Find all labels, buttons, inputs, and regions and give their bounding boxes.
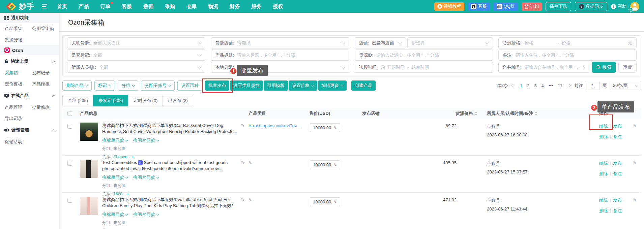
filter-claim-time-range[interactable]: 认领时间: 开始时间 - 结束时间 [355, 62, 493, 73]
header-owner[interactable]: 所属人员/认领时间/备注 [480, 110, 593, 117]
group-button[interactable]: 分组 [118, 80, 138, 91]
nav-item-warehouse[interactable]: 仓库 [181, 0, 202, 13]
remark-link[interactable]: 备注 [613, 171, 622, 177]
edit-category-icon[interactable]: ✎ [248, 160, 252, 165]
video-tutorial-button[interactable]: 视频教程 [434, 2, 464, 11]
data-sync-button[interactable]: ↓数据同步 [575, 2, 607, 11]
search-same-title-link[interactable]: 搜标题同款 [102, 137, 128, 143]
product-image[interactable] [80, 197, 98, 215]
prev-page-icon[interactable] [511, 84, 515, 87]
edit-link[interactable]: 编辑 [599, 197, 608, 203]
bulk-publish-button[interactable]: 批量发布 1 批量发布 [205, 80, 229, 91]
sort-icon[interactable] [475, 111, 477, 116]
delete-link[interactable]: 删除 [599, 134, 608, 140]
sidebar-item-product-template[interactable]: 产品模板 [32, 78, 59, 90]
tab-all[interactable]: 全部 (205) [62, 95, 93, 106]
select-all-checkbox[interactable] [67, 111, 72, 116]
nav-item-purchase[interactable]: 采购 [159, 0, 181, 13]
customer-service-button[interactable]: 客服 [468, 2, 490, 11]
set-category-attrs-button[interactable]: 设置类目属性 [230, 80, 263, 91]
edit-price-icon[interactable]: ✎ [333, 125, 337, 130]
delete-link[interactable]: 删除 [599, 208, 608, 214]
source-link[interactable]: 1688 [113, 192, 122, 196]
next-page-icon[interactable] [567, 84, 570, 87]
edit-title-icon[interactable]: ✎ [241, 160, 244, 165]
order-subscribe-button[interactable]: 订购 [522, 2, 542, 11]
filter-shop-type-select[interactable]: 店铺: 已发布店铺 [355, 37, 406, 48]
sort-icon[interactable] [535, 111, 537, 116]
sidebar-item-product-collect[interactable]: 产品采集 [5, 23, 32, 34]
page-number-4[interactable]: 4 [540, 83, 545, 88]
sidebar-item-publish-records[interactable]: 发布记录 [32, 67, 59, 78]
sidebar-item-bulk-edit[interactable]: 批量修改 [32, 102, 59, 113]
edit-link[interactable]: 编辑 2 单产品发布 [599, 123, 608, 129]
sidebar-item-export-records[interactable]: 导出记录 [5, 113, 32, 124]
plugin-download-button[interactable]: 插件下载 [546, 2, 571, 11]
sidebar-item-source-distribution[interactable]: 货源分销 [5, 34, 32, 45]
price-editor[interactable]: 10000.00✎ [310, 197, 340, 206]
mark-button[interactable]: 标记 [94, 80, 115, 91]
nav-item-orders[interactable]: 订单 [94, 0, 116, 13]
merge-no-input[interactable] [524, 65, 585, 70]
create-product-button[interactable]: 创建产品 [351, 80, 376, 91]
remark-input[interactable] [516, 53, 632, 58]
user-avatar[interactable]: V [630, 2, 639, 11]
sidebar-item-public-collect-box[interactable]: 公用采集箱 [32, 23, 59, 34]
tab-published[interactable]: 已发布 (3) [163, 95, 193, 106]
remark-link[interactable]: 备注 [613, 208, 622, 214]
page-size-select[interactable]: 20条/页 [610, 81, 641, 90]
help-button[interactable]: ?帮助 [611, 3, 626, 9]
page-number-3[interactable]: 3 [533, 83, 537, 88]
nav-item-authorization[interactable]: 授权 [267, 0, 289, 13]
search-button[interactable]: 搜索 [592, 62, 616, 73]
set-price-button[interactable]: 设置价格 [289, 80, 317, 91]
sidebar-item-product-management[interactable]: 产品管理 [5, 102, 32, 113]
nav-item-services[interactable]: 服务 [245, 0, 267, 13]
flag-icon[interactable]: ⚑ [633, 123, 637, 129]
filter-shop-select[interactable]: 请选择 [407, 37, 493, 48]
sidebar-group-quick-listing[interactable]: 快速上货 [0, 55, 59, 67]
category-link[interactable]: Антикварная книга>Печ... [248, 123, 300, 128]
filter-source-shop-select[interactable]: 货源店铺: 请选择 [211, 37, 349, 48]
flag-icon[interactable]: ⚑ [633, 197, 637, 203]
publish-link[interactable]: 发布 [613, 123, 622, 129]
publish-link[interactable]: 发布 [613, 160, 622, 166]
source-link[interactable]: Shopee [113, 155, 127, 159]
hamburger-icon[interactable] [42, 4, 47, 8]
row-checkbox[interactable] [67, 161, 72, 166]
header-source-price[interactable]: 货源价格 [421, 110, 480, 117]
reset-button[interactable]: 重置 [618, 62, 637, 73]
nav-item-data[interactable]: 数据 [138, 0, 159, 13]
tab-scheduled[interactable]: 定时发布 (0) [128, 95, 163, 106]
search-same-image-link[interactable]: 搜图片同款 [133, 211, 159, 218]
edit-more-button[interactable]: 编辑更多 [318, 80, 347, 91]
search-same-image-link[interactable]: 搜图片同款 [133, 137, 159, 143]
edit-title-icon[interactable]: ✎ [241, 197, 244, 202]
nav-item-finance[interactable]: 财务 [224, 0, 245, 13]
product-image[interactable] [80, 160, 98, 178]
apply-template-button[interactable]: 引用模板 [264, 80, 288, 91]
price-editor[interactable]: 10000.00✎ [310, 123, 340, 132]
edit-price-icon[interactable]: ✎ [333, 199, 337, 204]
plus-icon[interactable]: + [126, 192, 129, 196]
goto-page-input[interactable] [586, 81, 600, 90]
price-editor[interactable]: 10000.00✎ [310, 160, 340, 169]
edit-price-icon[interactable]: ✎ [333, 162, 337, 167]
nav-item-service[interactable]: 客服 [116, 0, 138, 13]
app-logo[interactable]: 妙手 [0, 1, 34, 11]
flag-icon[interactable]: ⚑ [633, 160, 637, 166]
sidebar-item-collect-box[interactable]: 采集箱 [5, 67, 32, 78]
filter-owner-select[interactable]: 所属人员 ? : 全部 [67, 62, 205, 73]
search-same-title-link[interactable]: 搜标题同款 [102, 174, 128, 181]
assign-subaccount-button[interactable]: 分配子账号 [141, 80, 175, 91]
source-id-input[interactable] [376, 53, 489, 58]
plus-icon[interactable]: + [131, 155, 135, 159]
page-number-1[interactable]: 1 [519, 83, 523, 88]
page-number-2[interactable]: 2 [526, 83, 530, 88]
search-same-title-link[interactable]: 搜标题同款 [102, 211, 128, 218]
tab-unpublished[interactable]: 未发布 (202) [93, 95, 128, 106]
nav-item-home[interactable]: 首页 [51, 0, 73, 13]
sidebar-group-marketing[interactable]: 营销管理 [0, 124, 59, 136]
page-ellipsis[interactable]: ••• [548, 83, 554, 88]
delete-product-button[interactable]: 删除产品 [62, 80, 92, 91]
